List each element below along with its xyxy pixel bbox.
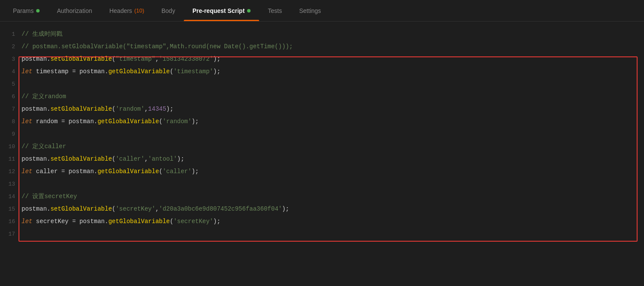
- code-line-2: 2 // postman.setGlobalVariable("timestam…: [6, 40, 638, 53]
- line-content-12: let caller = postman.getGlobalVariable('…: [22, 165, 199, 177]
- line-num-16: 16: [6, 216, 22, 228]
- tab-headers[interactable]: Headers (10): [101, 0, 153, 21]
- editor-area[interactable]: 1 // 生成时间戳 2 // postman.setGlobalVariabl…: [0, 22, 644, 286]
- code-line-8: 8 let random = postman.getGlobalVariable…: [6, 115, 638, 128]
- line-content-4: let timestamp = postman.getGlobalVariabl…: [22, 65, 220, 78]
- line-num-1: 1: [6, 28, 22, 40]
- code-line-1: 1 // 生成时间戳: [6, 28, 638, 40]
- line-content-8: let random = postman.getGlobalVariable('…: [22, 115, 199, 127]
- tab-tests[interactable]: Tests: [259, 0, 291, 21]
- line-num-9: 9: [6, 128, 22, 140]
- code-container: 1 // 生成时间戳 2 // postman.setGlobalVariabl…: [6, 28, 638, 240]
- line-content-2: // postman.setGlobalVariable("timestamp"…: [22, 40, 293, 53]
- tab-tests-label: Tests: [268, 7, 282, 14]
- pre-request-dot: [247, 9, 251, 12]
- code-line-5: 5: [6, 78, 638, 90]
- tab-headers-label: Headers: [109, 7, 132, 14]
- code-line-7: 7 postman.setGlobalVariable('random',143…: [6, 103, 638, 115]
- line-content-6: // 定义random: [22, 90, 66, 103]
- tab-pre-request-script[interactable]: Pre-request Script: [184, 0, 259, 21]
- code-line-10: 10 // 定义caller: [6, 140, 638, 153]
- line-content-11: postman.setGlobalVariable('caller','anto…: [22, 153, 184, 165]
- code-line-12: 12 let caller = postman.getGlobalVariabl…: [6, 165, 638, 178]
- tab-params[interactable]: Params: [4, 0, 48, 21]
- code-line-11: 11 postman.setGlobalVariable('caller','a…: [6, 153, 638, 165]
- code-line-6: 6 // 定义random: [6, 90, 638, 103]
- code-line-13: 13: [6, 178, 638, 190]
- tab-body[interactable]: Body: [153, 0, 184, 21]
- code-lines: 1 // 生成时间戳 2 // postman.setGlobalVariabl…: [6, 28, 638, 240]
- line-num-8: 8: [6, 116, 22, 128]
- tab-pre-request-script-label: Pre-request Script: [192, 7, 245, 14]
- line-num-17: 17: [6, 228, 22, 240]
- line-content-1: // 生成时间戳: [22, 28, 62, 40]
- line-content-13: [22, 178, 25, 190]
- line-num-3: 3: [6, 53, 22, 65]
- line-content-7: postman.setGlobalVariable('random',14345…: [22, 103, 173, 115]
- line-num-14: 14: [6, 191, 22, 203]
- line-content-17: [22, 228, 25, 240]
- code-line-14: 14 // 设置secretKey: [6, 190, 638, 203]
- line-num-7: 7: [6, 103, 22, 115]
- line-num-2: 2: [6, 41, 22, 53]
- line-content-3: postman.setGlobalVariable("timestamp",'1…: [22, 53, 220, 65]
- headers-badge: (10): [134, 7, 144, 14]
- tab-params-label: Params: [13, 7, 34, 14]
- line-content-15: postman.setGlobalVariable('secretKey','d…: [22, 203, 289, 215]
- line-num-12: 12: [6, 166, 22, 178]
- code-line-4: 4 let timestamp = postman.getGlobalVaria…: [6, 65, 638, 78]
- line-num-15: 15: [6, 203, 22, 215]
- params-dot: [36, 9, 40, 12]
- line-num-10: 10: [6, 141, 22, 153]
- line-num-4: 4: [6, 66, 22, 78]
- line-num-6: 6: [6, 91, 22, 103]
- code-line-3: 3 postman.setGlobalVariable("timestamp",…: [6, 53, 638, 65]
- line-content-5: [22, 78, 25, 90]
- tab-settings[interactable]: Settings: [291, 0, 330, 21]
- code-line-15: 15 postman.setGlobalVariable('secretKey'…: [6, 203, 638, 215]
- tab-settings-label: Settings: [299, 7, 321, 14]
- code-line-16: 16 let secretKey = postman.getGlobalVari…: [6, 215, 638, 228]
- tab-authorization[interactable]: Authorization: [48, 0, 101, 21]
- line-content-16: let secretKey = postman.getGlobalVariabl…: [22, 215, 220, 227]
- line-num-11: 11: [6, 153, 22, 165]
- code-line-9: 9: [6, 128, 638, 140]
- tab-authorization-label: Authorization: [57, 7, 92, 14]
- line-content-9: [22, 128, 25, 140]
- tab-body-label: Body: [161, 7, 175, 14]
- line-content-14: // 设置secretKey: [22, 190, 77, 202]
- line-num-13: 13: [6, 178, 22, 190]
- line-num-5: 5: [6, 78, 22, 90]
- line-content-10: // 定义caller: [22, 140, 66, 152]
- tab-bar: Params Authorization Headers (10) Body P…: [0, 0, 644, 22]
- code-line-17: 17: [6, 228, 638, 240]
